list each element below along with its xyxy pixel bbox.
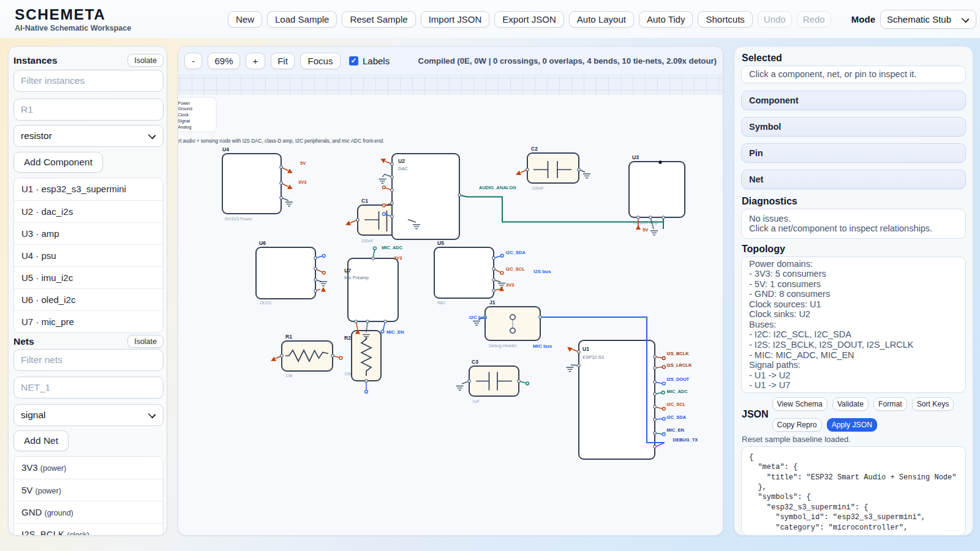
- svg-text:100nF: 100nF: [361, 239, 374, 243]
- svg-text:5V: 5V: [643, 227, 648, 233]
- svg-text:DAC: DAC: [398, 166, 408, 171]
- svg-text:3V3: 3V3: [506, 282, 514, 288]
- svg-text:DEBUG_TX: DEBUG_TX: [673, 437, 698, 443]
- svg-text:OLED: OLED: [260, 301, 271, 305]
- svg-text:U7: U7: [344, 268, 351, 274]
- svg-text:MIC_ADC: MIC_ADC: [667, 389, 688, 394]
- svg-text:J1: J1: [489, 299, 496, 305]
- svg-text:Signal: Signal: [178, 119, 190, 124]
- svg-text:U4: U4: [222, 146, 229, 152]
- svg-text:U5: U5: [437, 240, 444, 246]
- svg-text:5V/3V3 Power: 5V/3V3 Power: [225, 217, 252, 221]
- svg-text:10k: 10k: [344, 372, 352, 376]
- svg-text:I2S_BCLK: I2S_BCLK: [667, 351, 690, 356]
- svg-text:IMU: IMU: [437, 301, 445, 305]
- svg-text:I2S_LRCLK: I2S_LRCLK: [667, 362, 692, 368]
- svg-text:Ground: Ground: [178, 107, 192, 111]
- svg-text:Class-D Amp: Class-D Amp: [633, 220, 658, 225]
- svg-text:ESP32-S3: ESP32-S3: [582, 354, 604, 360]
- svg-text:I2C_SDA: I2C_SDA: [506, 250, 526, 255]
- svg-text:C3: C3: [472, 359, 478, 365]
- svg-text:I2C_SCL: I2C_SCL: [506, 266, 525, 272]
- svg-text:Debug Header: Debug Header: [489, 343, 517, 348]
- svg-text:I2S bus: I2S bus: [533, 269, 551, 274]
- svg-text:U1: U1: [582, 346, 589, 352]
- svg-text:MIC bus: MIC bus: [533, 343, 552, 349]
- svg-text:MIC_EN: MIC_EN: [386, 329, 404, 335]
- svg-text:3V3: 3V3: [394, 255, 402, 261]
- svg-text:1uF: 1uF: [472, 399, 480, 403]
- svg-text:C1: C1: [361, 198, 368, 204]
- svg-text:U6: U6: [259, 240, 266, 246]
- svg-text:10k: 10k: [285, 373, 293, 378]
- svg-text:I2C_SCL: I2C_SCL: [667, 402, 686, 407]
- svg-text:5V: 5V: [300, 160, 306, 166]
- svg-text:U2: U2: [398, 158, 405, 164]
- svg-text:I2C bus: I2C bus: [469, 315, 487, 320]
- svg-text:MIC_ADC: MIC_ADC: [382, 245, 403, 250]
- svg-text:rt audio + sensing node with I: rt audio + sensing node with I2S DAC, cl…: [178, 138, 384, 144]
- svg-text:U3: U3: [632, 154, 639, 160]
- svg-text:Clock: Clock: [178, 113, 189, 117]
- svg-text:Mic Preamp: Mic Preamp: [344, 275, 369, 280]
- svg-text:AUDIO_ANALOG: AUDIO_ANALOG: [479, 185, 516, 190]
- svg-text:3V3: 3V3: [298, 179, 306, 185]
- svg-text:I2S_DOUT: I2S_DOUT: [667, 377, 690, 382]
- svg-text:I2C_SDA: I2C_SDA: [667, 414, 687, 420]
- svg-text:Analog: Analog: [178, 125, 191, 130]
- svg-text:C2: C2: [531, 146, 538, 152]
- svg-text:R2: R2: [344, 335, 351, 341]
- svg-text:Power: Power: [178, 101, 190, 105]
- svg-text:100nF: 100nF: [532, 186, 544, 190]
- svg-text:R1: R1: [285, 334, 292, 340]
- svg-text:MIC_EN: MIC_EN: [667, 427, 684, 433]
